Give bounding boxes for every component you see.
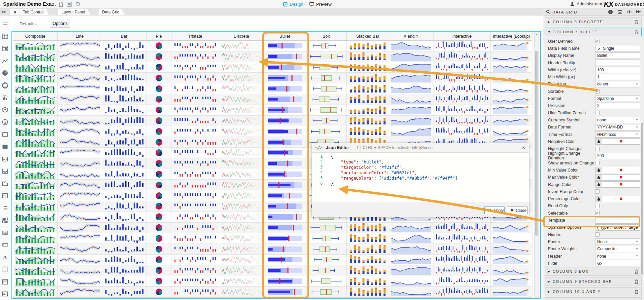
save-icon[interactable] bbox=[66, 1, 72, 7]
grid-cell-lookup[interactable] bbox=[491, 287, 533, 297]
grid-cell-composite[interactable] bbox=[13, 201, 58, 212]
grid-cell-lookup[interactable] bbox=[491, 265, 533, 276]
grid-cell-tristate[interactable] bbox=[171, 62, 219, 73]
grid-cell-bullet[interactable] bbox=[264, 276, 306, 287]
template-input[interactable] bbox=[595, 217, 640, 224]
grid-cell-tristate[interactable] bbox=[171, 137, 219, 147]
grid-cell-discrete[interactable] bbox=[219, 73, 264, 83]
grid-cell-pie[interactable] bbox=[147, 223, 171, 233]
grid-cell-tristate[interactable] bbox=[171, 180, 219, 190]
info-doc-icon[interactable] bbox=[1, 266, 9, 273]
grid-cell-pie[interactable] bbox=[147, 41, 171, 51]
grid-cell-discrete[interactable] bbox=[219, 201, 264, 212]
max-value-color-picker-icon[interactable] bbox=[595, 174, 602, 181]
column-header-box[interactable]: Box bbox=[306, 32, 347, 40]
data-sources-icon[interactable] bbox=[617, 9, 622, 14]
grid-cell-interactive[interactable] bbox=[433, 51, 491, 62]
grid-cell-discrete[interactable] bbox=[219, 212, 264, 222]
grid-cell-stacked[interactable] bbox=[347, 276, 389, 287]
grid-cell-discrete[interactable] bbox=[219, 148, 264, 158]
canvas-icon[interactable] bbox=[1, 290, 9, 298]
grid-cell-xy[interactable] bbox=[389, 116, 433, 126]
grid-cell-pie[interactable] bbox=[147, 201, 171, 212]
breadcrumb-tab-control[interactable]: Tab Control bbox=[20, 9, 49, 15]
display-name-input[interactable]: Bullet bbox=[595, 52, 640, 59]
grid-cell-bullet[interactable] bbox=[264, 201, 306, 212]
grid-cell-lineband[interactable] bbox=[58, 180, 102, 190]
show-arrows-on-change-checkbox[interactable] bbox=[595, 161, 600, 165]
grid-cell-box[interactable] bbox=[306, 244, 347, 254]
grid-cell-bullet[interactable] bbox=[264, 73, 306, 83]
text-align-select[interactable]: center▼ bbox=[595, 81, 640, 87]
column-header-discrete[interactable]: Discrete bbox=[219, 32, 264, 40]
negative-color-picker-icon[interactable] bbox=[595, 138, 602, 145]
data-grid-icon[interactable] bbox=[1, 33, 9, 40]
grid-cell-stacked[interactable] bbox=[347, 62, 389, 73]
grid-cell-lineband[interactable] bbox=[58, 190, 102, 201]
grid-cell-tristate[interactable] bbox=[171, 41, 219, 51]
grid-cell-lineband[interactable] bbox=[58, 265, 102, 276]
log-list-icon[interactable] bbox=[1, 278, 9, 286]
grid-cell-composite[interactable] bbox=[13, 51, 58, 62]
grid-cell-discrete[interactable] bbox=[219, 105, 264, 115]
grid-cell-pie[interactable] bbox=[147, 212, 171, 222]
grid-cell-composite[interactable] bbox=[13, 41, 58, 51]
grid-cell-discrete[interactable] bbox=[219, 94, 264, 105]
grid-cell-box[interactable] bbox=[306, 265, 347, 276]
grid-cell-xy[interactable] bbox=[389, 244, 433, 254]
column-header-lookup[interactable]: Interactive (Lookup) bbox=[491, 32, 533, 40]
grid-cell-bar[interactable] bbox=[102, 94, 147, 105]
min-width-px--input[interactable]: 1 bbox=[595, 74, 640, 80]
grid-cell-bar[interactable] bbox=[102, 126, 147, 137]
grid-cell-tristate[interactable] bbox=[171, 73, 219, 83]
hide-trailing-zeroes-checkbox[interactable] bbox=[595, 111, 600, 115]
grid-cell-bar[interactable] bbox=[102, 233, 147, 243]
grid-cell-box[interactable] bbox=[306, 83, 347, 94]
grid-cell-interactive[interactable] bbox=[433, 41, 491, 51]
grid-cell-stacked[interactable] bbox=[347, 105, 389, 115]
undo-icon[interactable] bbox=[75, 1, 80, 7]
grid-cell-lineband[interactable] bbox=[58, 287, 102, 297]
grid-cell-xy[interactable] bbox=[389, 83, 433, 94]
grid-cell-bullet[interactable] bbox=[264, 223, 306, 233]
grid-cell-composite[interactable] bbox=[13, 83, 58, 94]
grid-cell-composite[interactable] bbox=[13, 126, 58, 137]
tab-defaults[interactable]: Defaults bbox=[18, 20, 38, 28]
panel-solid-icon[interactable] bbox=[1, 143, 9, 150]
grid-cell-lineband[interactable] bbox=[58, 233, 102, 243]
grid-cell-tristate[interactable] bbox=[171, 223, 219, 233]
grid-cell-lineband[interactable] bbox=[58, 255, 102, 265]
grid-cell-interactive[interactable] bbox=[433, 94, 491, 105]
tab-control-icon[interactable] bbox=[1, 180, 9, 187]
grid-cell-stacked[interactable] bbox=[347, 126, 389, 137]
grid-cell-interactive[interactable] bbox=[433, 244, 491, 254]
grid-cell-lineband[interactable] bbox=[58, 158, 102, 169]
grid-cell-lineband[interactable] bbox=[58, 148, 102, 158]
grid-cell-bar[interactable] bbox=[102, 105, 147, 115]
grid-cell-bullet[interactable] bbox=[264, 116, 306, 126]
grid-cell-bar[interactable] bbox=[102, 180, 147, 190]
grid-cell-tristate[interactable] bbox=[171, 244, 219, 254]
grid-cell-bar[interactable] bbox=[102, 265, 147, 276]
grid-cell-discrete[interactable] bbox=[219, 62, 264, 73]
grid-cell-composite[interactable] bbox=[13, 255, 58, 265]
grid-cell-box[interactable] bbox=[306, 94, 347, 105]
ok-box-icon[interactable]: OK bbox=[1, 229, 9, 236]
grid-cell-box[interactable] bbox=[306, 126, 347, 137]
grid-cell-xy[interactable] bbox=[389, 41, 433, 51]
column-header-bullet[interactable]: Bullet bbox=[264, 32, 306, 40]
grid-cell-xy[interactable] bbox=[389, 276, 433, 287]
delete-column-icon[interactable] bbox=[634, 289, 639, 294]
column-header-bar[interactable]: Bar bbox=[102, 32, 147, 40]
grid-cell-xy[interactable] bbox=[389, 105, 433, 115]
grid-cell-tristate[interactable] bbox=[171, 276, 219, 287]
panel-scroll-thumb[interactable] bbox=[641, 123, 643, 274]
grid-cell-stacked[interactable] bbox=[347, 83, 389, 94]
grid-cell-lookup[interactable] bbox=[491, 116, 533, 126]
grid-cell-bar[interactable] bbox=[102, 223, 147, 233]
grid-cell-stacked[interactable] bbox=[347, 223, 389, 233]
grid-cell-tristate[interactable] bbox=[171, 148, 219, 158]
grid-cell-xy[interactable] bbox=[389, 73, 433, 83]
grid-cell-discrete[interactable] bbox=[219, 180, 264, 190]
grid-cell-discrete[interactable] bbox=[219, 233, 264, 243]
